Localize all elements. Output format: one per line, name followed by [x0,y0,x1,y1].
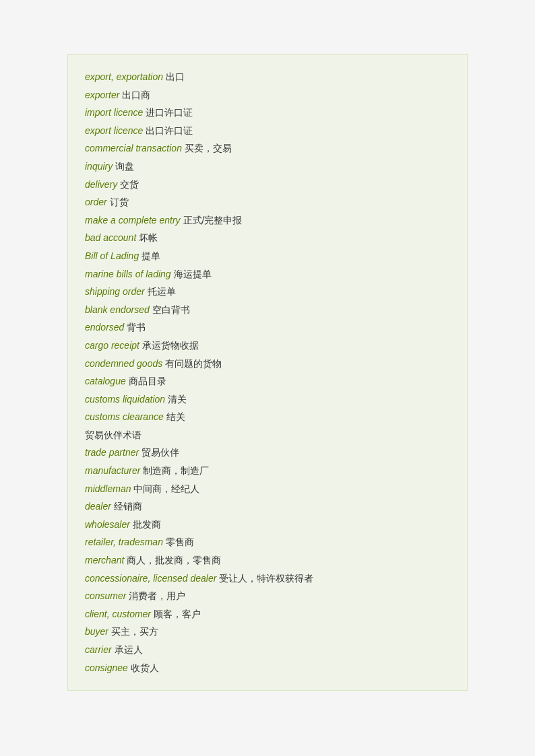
entry-line-order: order 订货 [85,193,450,211]
zh-text: 正式/完整申报 [181,215,243,226]
en-term: consignee [85,662,128,673]
en-term: bad account [85,232,136,243]
en-term: import licence [85,107,143,118]
zh-text: 提单 [139,250,160,261]
en-term: inquiry [85,161,113,172]
zh-text: 结关 [164,411,185,422]
zh-text: 买卖，交易 [182,143,232,153]
en-term: consumer [85,590,126,601]
zh-text: 中间商，经纪人 [131,483,199,494]
zh-text: 空白背书 [150,304,190,315]
en-term: delivery [85,179,117,190]
zh-text: 买主，买方 [108,626,158,637]
entry-line-marine-bills-of-lading: marine bills of lading 海运提单 [85,265,450,283]
content-box: export, exportation 出口exporter 出口商import… [67,54,468,691]
entry-line-concessionaire-licensed-dealer: concessionaire, licensed dealer 受让人，特许权获… [85,570,450,588]
zh-text: 商人，批发商，零售商 [124,555,221,565]
entry-line-cargo-receipt: cargo receipt 承运货物收据 [85,337,450,355]
en-term: merchant [85,555,124,565]
entry-line-endorsed: endorsed 背书 [85,318,450,337]
entry-line-bill-of-lading: Bill of Lading 提单 [85,247,450,265]
zh-text: 交货 [117,179,139,190]
en-term: carrier [85,644,112,655]
zh-text: 订货 [107,197,129,207]
en-term: commercial transaction [85,143,182,153]
entry-line-bad-account: bad account 坏帐 [85,229,450,247]
entry-line-condemned-goods: condemned goods 有问题的货物 [85,355,450,373]
entry-line-commercial-transaction: commercial transaction 买卖，交易 [85,139,450,158]
zh-text: 受让人，特许权获得者 [216,573,313,584]
zh-text: 出口许口证 [143,125,193,136]
en-term: retailer, tradesman [85,537,163,547]
zh-text: 托运单 [145,286,176,297]
entry-line-shipping-order: shipping order 托运单 [85,283,450,301]
en-term: middleman [85,483,131,494]
entry-line-wholesaler: wholesaler 批发商 [85,516,450,534]
zh-text: 收货人 [128,662,159,673]
en-term: catalogue [85,376,126,386]
zh-text: 贸易伙伴 [139,447,179,458]
en-term: dealer [85,501,111,512]
entry-line-retailer-tradesman: retailer, tradesman 零售商 [85,533,450,551]
zh-text: 进口许口证 [143,107,193,118]
entry-line-exporter: exporter 出口商 [85,86,450,104]
entry-list: export, exportation 出口exporter 出口商import… [85,68,450,677]
en-term: customs clearance [85,411,164,422]
en-term: manufacturer [85,465,140,476]
entry-line-make-a-complete-entry: make a complete entry 正式/完整申报 [85,211,450,230]
entry-line-buyer: buyer 买主，买方 [85,623,450,641]
zh-text: 批发商 [130,519,161,530]
zh-text: 清关 [165,394,187,405]
en-term: shipping order [85,286,145,297]
zh-text: 询盘 [113,161,134,172]
entry-line-delivery: delivery 交货 [85,176,450,194]
zh-text: 制造商，制造厂 [140,465,209,476]
entry-line-middleman: middleman 中间商，经纪人 [85,480,450,498]
entry-line-client-customer: client, customer 顾客，客户 [85,605,450,623]
zh-text: 顾客，客户 [151,609,201,619]
en-term: endorsed [85,322,124,333]
entry-line-consumer: consumer 消费者，用户 [85,587,450,605]
en-term: exporter [85,90,119,100]
entry-line-consignee: consignee 收货人 [85,659,450,677]
entry-line-export-exportation: export, exportation 出口 [85,68,450,86]
entry-line-merchant: merchant 商人，批发商，零售商 [85,551,450,570]
zh-text: 商品目录 [126,376,166,386]
section-header: 贸易伙伴术语 [85,429,141,440]
zh-text: 有问题的货物 [162,358,222,369]
en-term: buyer [85,626,108,637]
entry-line-import-licence: import licence 进口许口证 [85,104,450,122]
zh-text: 承运人 [112,644,143,655]
entry-line-blank-endorsed: blank endorsed 空白背书 [85,301,450,319]
en-term: cargo receipt [85,340,139,351]
en-term: export, exportation [85,71,163,82]
entry-line-dealer: dealer 经销商 [85,497,450,516]
zh-text: 消费者，用户 [126,590,185,601]
zh-text: 坏帐 [136,232,158,243]
en-term: export licence [85,125,143,136]
en-term: make a complete entry [85,215,181,226]
page: export, exportation 出口exporter 出口商import… [0,0,535,756]
en-term: client, customer [85,609,151,619]
entry-line-carrier: carrier 承运人 [85,641,450,659]
entry-line-customs-clearance: customs clearance 结关 [85,408,450,426]
en-term: Bill of Lading [85,250,139,261]
entry-line-inquiry: inquiry 询盘 [85,158,450,176]
zh-text: 经销商 [111,501,142,512]
en-term: blank endorsed [85,304,150,315]
entry-line-section-trade-partner: 贸易伙伴术语 [85,426,450,444]
en-term: concessionaire, licensed dealer [85,573,216,584]
en-term: order [85,197,107,207]
zh-text: 背书 [124,322,146,333]
zh-text: 承运货物收据 [139,340,199,351]
entry-line-catalogue: catalogue 商品目录 [85,372,450,390]
en-term: trade partner [85,447,139,458]
en-term: customs liquidation [85,394,165,405]
en-term: marine bills of lading [85,269,171,279]
entry-line-manufacturer: manufacturer 制造商，制造厂 [85,462,450,480]
entry-line-trade-partner: trade partner 贸易伙伴 [85,444,450,462]
entry-line-export-licence: export licence 出口许口证 [85,122,450,140]
zh-text: 出口商 [119,90,150,100]
entry-line-customs-liquidation: customs liquidation 清关 [85,390,450,409]
zh-text: 零售商 [163,537,194,547]
